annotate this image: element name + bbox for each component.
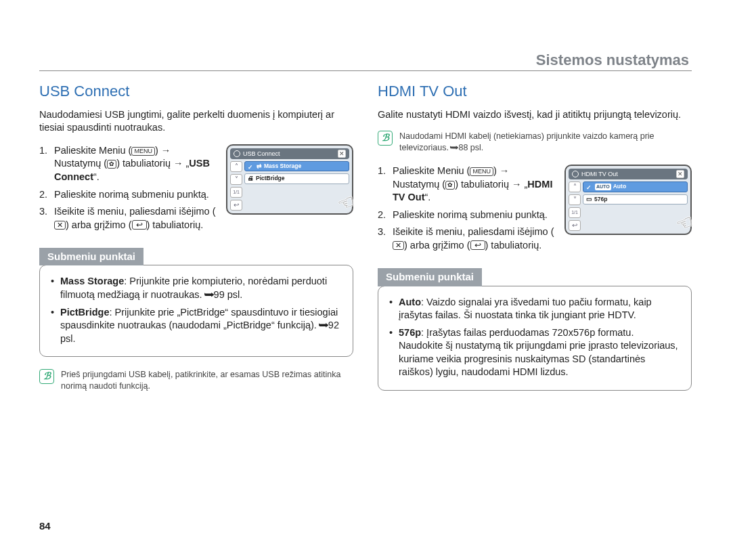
- arrow-icon: →: [512, 179, 522, 190]
- hdmi-submenu-box: •Auto: Vaizdo signalai yra išvedami tuo …: [378, 286, 692, 391]
- step-text: Išeikite iš meniu, paliesdami išėjimo (: [54, 206, 216, 217]
- item-text: : Vaizdo signalai yra išvedami tuo pačiu…: [399, 297, 652, 321]
- page-arrow-icon: ➥: [204, 288, 215, 302]
- right-column: HDMI TV Out Galite nustatyti HDMI vaizdo…: [378, 81, 692, 392]
- return-icon: ↩: [132, 220, 147, 230]
- hdmi-top-note: ℬ Naudodami HDMI kabelį (netiekiamas) pr…: [378, 131, 692, 154]
- item-name: Auto: [399, 297, 421, 307]
- item-name: PictBridge: [60, 307, 110, 318]
- step-text: Palieskite norimą submeniu punktą.: [393, 209, 558, 222]
- return-icon: ↩: [230, 200, 242, 211]
- figure-title: HDMI TV Out: [581, 170, 618, 178]
- return-icon: ↩: [569, 220, 581, 231]
- page-indicator: 1/1: [230, 187, 242, 198]
- step-text: Palieskite norimą submeniu punktą.: [54, 188, 219, 202]
- hand-pointer-icon: ☜: [334, 188, 358, 218]
- figure-header: USB Connect ✕: [230, 148, 349, 159]
- figure-item-auto: AUTOAuto: [583, 181, 688, 192]
- return-icon: ↩: [470, 240, 485, 250]
- hand-pointer-icon: ☜: [672, 209, 696, 238]
- page-arrow-icon: ➥: [450, 142, 460, 154]
- usb-submenu-box: •Mass Storage: Prijunkite prie kompiuter…: [39, 265, 353, 357]
- gear-icon: [234, 150, 240, 157]
- close-icon: ✕: [676, 170, 684, 178]
- page-ref: 99 psl.: [214, 289, 243, 300]
- note-text: Naudodami HDMI kabelį (netiekiamas) prij…: [399, 131, 655, 152]
- menu-icon: MENU: [470, 167, 493, 176]
- note-icon: ℬ: [39, 369, 54, 384]
- page-indicator: 1/1: [569, 207, 581, 218]
- close-icon: ✕: [54, 221, 66, 230]
- note-icon: ℬ: [378, 131, 393, 146]
- figure-item-mass-storage: ⇄Mass Storage: [244, 161, 349, 171]
- usb-note: ℬ Prieš prijungdami USB kabelį, patikrin…: [39, 369, 353, 392]
- submenu-header: Submeniu punktai: [378, 268, 482, 286]
- header-divider: [39, 70, 692, 71]
- arrow-icon: →: [173, 158, 183, 169]
- menu-icon: MENU: [131, 147, 155, 156]
- item-text: : Įrašytas failas perduodamas 720x576p f…: [399, 327, 678, 378]
- scroll-down-icon: ˅: [230, 174, 242, 185]
- step-text: Išeikite iš meniu, paliesdami išėjimo (: [393, 226, 554, 237]
- gear-icon: ✿: [445, 181, 455, 190]
- page-arrow-icon: ➥: [318, 319, 330, 332]
- submenu-header: Submeniu punktai: [39, 248, 143, 265]
- step-text: Palieskite Meniu (: [54, 145, 131, 156]
- hdmi-intro: Galite nustatyti HDMI vaizdo išvestį, ka…: [378, 108, 692, 122]
- item-name: Mass Storage: [60, 276, 124, 286]
- page-header: Sistemos nustatymas: [536, 50, 689, 70]
- scroll-up-icon: ˄: [569, 181, 581, 192]
- usb-connect-heading: USB Connect: [39, 81, 353, 102]
- step-text: Palieskite Meniu (: [393, 165, 470, 176]
- usb-intro: Naudodamiesi USB jungtimi, galite perkel…: [39, 108, 353, 135]
- usb-figure: USB Connect ✕ ˄ ˅ 1/1 ↩ ⇄Mass Storage 🖨P…: [226, 144, 353, 215]
- figure-item-576p: ▭576p: [583, 194, 688, 204]
- page-ref: 88 psl.: [458, 143, 483, 152]
- figure-item-pictbridge: 🖨PictBridge: [244, 173, 349, 184]
- arrow-icon: →: [161, 145, 171, 156]
- close-icon: ✕: [338, 150, 346, 158]
- page-number: 84: [39, 519, 51, 533]
- item-name: 576p: [399, 327, 421, 338]
- hdmi-figure: HDMI TV Out ✕ ˄ ˅ 1/1 ↩ AUTOAuto ▭576p: [564, 165, 692, 235]
- scroll-up-icon: ˄: [230, 161, 242, 172]
- note-text: Prieš prijungdami USB kabelį, patikrinki…: [61, 369, 353, 392]
- figure-header: HDMI TV Out ✕: [569, 169, 688, 179]
- arrow-icon: →: [500, 165, 510, 176]
- left-column: USB Connect Naudodamiesi USB jungtimi, g…: [39, 81, 353, 392]
- close-icon: ✕: [393, 241, 404, 250]
- gear-icon: [572, 171, 579, 177]
- hdmi-heading: HDMI TV Out: [378, 81, 692, 102]
- scroll-down-icon: ˅: [569, 194, 581, 205]
- figure-title: USB Connect: [243, 150, 280, 158]
- gear-icon: ✿: [107, 160, 116, 169]
